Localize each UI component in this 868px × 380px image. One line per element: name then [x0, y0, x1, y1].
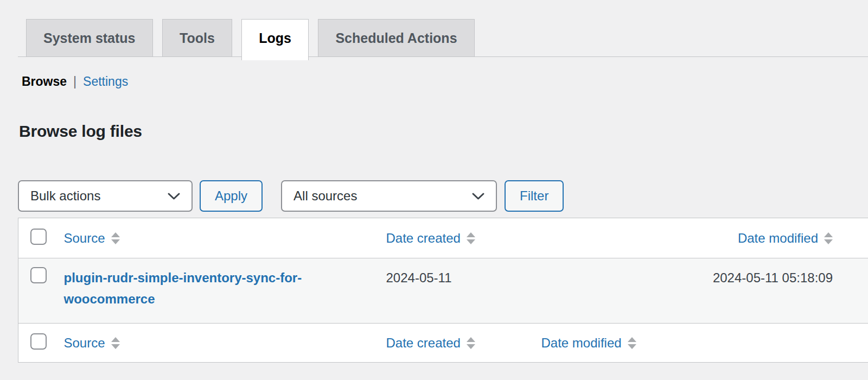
date-created-column-label: Date created	[386, 231, 461, 246]
sort-icon	[467, 232, 475, 244]
log-file-link[interactable]: plugin-rudr-simple-inventory-sync-for-wo…	[64, 267, 363, 309]
source-filter-select[interactable]: All sources	[281, 180, 497, 212]
toolbar: Bulk actions Apply All sources Filter	[18, 180, 868, 212]
sort-source-footer[interactable]: Source	[64, 335, 120, 351]
date-modified-column-label: Date modified	[738, 231, 818, 246]
source-column-label: Source	[64, 231, 105, 246]
subnav-settings[interactable]: Settings	[83, 74, 128, 88]
sort-icon	[467, 337, 475, 349]
tab-system-status[interactable]: System status	[26, 19, 153, 56]
sort-date-modified-header[interactable]: Date modified	[738, 231, 833, 246]
sort-icon	[628, 337, 636, 349]
subnav-separator: |	[73, 74, 76, 88]
logs-subnav: Browse|Settings	[22, 74, 868, 89]
table-footer-row: Source Date created Date modified	[18, 324, 868, 363]
sort-date-created-header[interactable]: Date created	[386, 231, 475, 246]
date-created-cell: 2024-05-11	[375, 258, 541, 324]
apply-button[interactable]: Apply	[200, 180, 263, 212]
tab-logs[interactable]: Logs	[241, 19, 309, 60]
sort-date-modified-footer[interactable]: Date modified	[541, 335, 636, 351]
source-column-label: Source	[64, 335, 105, 351]
status-tab-bar: System status Tools Logs Scheduled Actio…	[0, 19, 868, 60]
sort-icon	[111, 337, 120, 349]
bulk-actions-select[interactable]: Bulk actions	[18, 180, 193, 212]
source-filter-value: All sources	[293, 188, 357, 204]
log-files-table: Source Date created Date modified	[18, 218, 868, 363]
tab-bar-divider	[18, 56, 868, 57]
date-modified-cell: 2024-05-11 05:18:09	[541, 258, 868, 324]
tab-tools[interactable]: Tools	[162, 19, 232, 56]
select-all-checkbox[interactable]	[30, 229, 47, 245]
select-all-checkbox[interactable]	[30, 333, 47, 350]
filter-button[interactable]: Filter	[505, 180, 564, 212]
subnav-browse[interactable]: Browse	[22, 74, 67, 88]
chevron-down-icon	[471, 192, 485, 200]
sort-date-created-footer[interactable]: Date created	[386, 335, 475, 351]
chevron-down-icon	[167, 192, 181, 200]
log-file-row: plugin-rudr-simple-inventory-sync-for-wo…	[18, 258, 868, 324]
date-created-column-label: Date created	[386, 335, 461, 351]
row-checkbox[interactable]	[30, 267, 47, 283]
sort-icon	[111, 232, 120, 244]
status-page: System status Tools Logs Scheduled Actio…	[0, 19, 868, 363]
sort-icon	[824, 232, 833, 244]
sort-source-header[interactable]: Source	[64, 231, 120, 246]
table-header-row: Source Date created Date modified	[18, 218, 868, 258]
page-title: Browse log files	[19, 123, 868, 140]
date-modified-column-label: Date modified	[541, 335, 622, 351]
bulk-actions-value: Bulk actions	[30, 188, 100, 204]
tab-scheduled-actions[interactable]: Scheduled Actions	[318, 19, 474, 56]
